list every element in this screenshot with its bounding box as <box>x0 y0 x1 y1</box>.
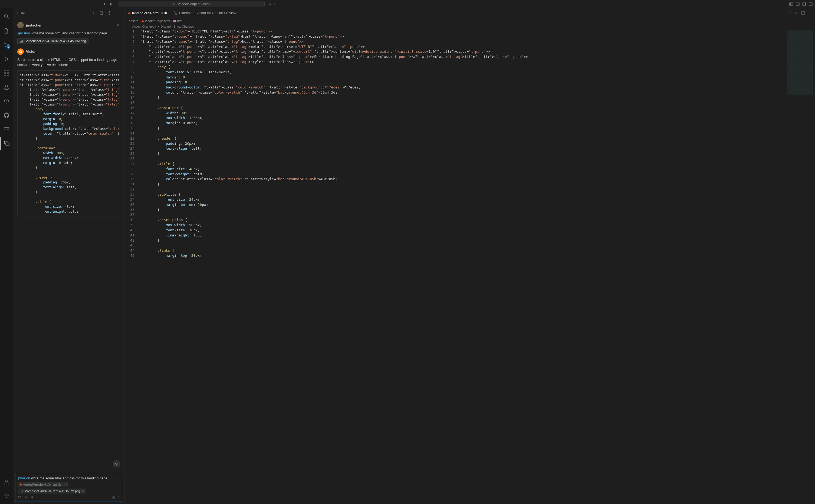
breadcrumb-item[interactable]: landingPage.html <box>145 19 170 23</box>
bookmark-icon[interactable] <box>99 11 104 15</box>
svg-point-33 <box>20 51 21 52</box>
accept-changes-button[interactable]: Accept Changes <box>132 25 154 28</box>
code-editor[interactable]: 1234567891011121314151617181920212223242… <box>124 29 815 504</box>
context-chip-image[interactable]: Screenshot 2024-10-02 at 4.11.45 PM.png <box>18 489 86 493</box>
search-icon <box>173 2 176 6</box>
debug-activity-icon[interactable] <box>0 52 13 65</box>
tabs: ◆ landingPage.html U Extension: Vision f… <box>124 8 815 18</box>
image-icon <box>19 489 23 493</box>
breadcrumb-item[interactable]: html <box>177 19 183 23</box>
svg-point-0 <box>173 3 175 5</box>
svg-rect-25 <box>100 11 102 14</box>
svg-point-10 <box>4 15 8 18</box>
check-icon: ✓ <box>129 25 131 28</box>
svg-rect-14 <box>4 71 6 73</box>
user-message: justschen @vision write me some html and… <box>13 20 124 46</box>
chat-panel: CHAT justschen @vision write me some htm… <box>13 8 124 504</box>
layout-right-icon[interactable] <box>802 2 806 6</box>
svg-point-24 <box>6 495 7 496</box>
search-text: vscode-copilot-vision <box>178 2 211 6</box>
html5-icon: ◆ <box>142 19 144 23</box>
html5-icon: ◆ <box>19 483 22 486</box>
titlebar: vscode-copilot-vision <box>0 0 815 8</box>
show-changes-button[interactable]: Show Changes <box>174 25 194 28</box>
input-mention: @vision <box>18 476 30 480</box>
testing-activity-icon[interactable] <box>0 81 13 94</box>
html5-icon: ◆ <box>128 11 130 15</box>
tab-extension[interactable]: Extension: Vision for Copilot Preview <box>170 8 240 18</box>
mic-icon[interactable] <box>30 495 34 499</box>
revert-icon[interactable] <box>787 11 791 15</box>
attach-icon[interactable] <box>24 495 28 499</box>
tab-landing-page[interactable]: ◆ landingPage.html U <box>124 8 170 18</box>
output-activity-icon[interactable]: LOG <box>0 123 13 136</box>
chat-messages: justschen @vision write me some html and… <box>13 18 124 472</box>
chat-input[interactable]: @vision write me some html and css for t… <box>15 474 122 502</box>
svg-point-31 <box>21 40 21 41</box>
more-icon[interactable] <box>808 11 812 15</box>
tab-dirty-icon <box>165 12 167 14</box>
new-chat-icon[interactable] <box>91 11 96 15</box>
layout-bottom-icon[interactable] <box>796 2 800 6</box>
assistant-name: Vision <box>26 50 37 54</box>
breadcrumb-item[interactable]: assets <box>129 19 138 23</box>
chevron-down-icon <box>273 3 276 5</box>
chat-code-block: "t-attr">class="t-doc"><!DOCTYPE html"t-… <box>17 70 120 216</box>
nav-forward-icon[interactable] <box>109 2 113 6</box>
extensions-activity-icon[interactable] <box>0 67 13 80</box>
assistant-message: Vision Sure, here's a simple HTML and CS… <box>13 46 124 219</box>
account-activity-icon[interactable] <box>0 476 13 489</box>
layout-left-icon[interactable] <box>789 2 793 6</box>
command-center[interactable]: vscode-copilot-vision <box>119 1 265 7</box>
attachment-chip[interactable]: Screenshot 2024-10-02 at 4.11.45 PM.png <box>17 38 88 44</box>
svg-point-12 <box>4 46 6 47</box>
code-content[interactable]: "t-attr">class="t-doc"><!DOCTYPE html"t-… <box>139 29 785 504</box>
more-icon[interactable] <box>116 11 120 15</box>
svg-point-28 <box>117 12 118 13</box>
attachment-name: Screenshot 2024-10-02 at 4.11.45 PM.png <box>25 39 86 43</box>
discard-button[interactable]: Discard <box>161 25 171 28</box>
explorer-activity-icon[interactable] <box>0 24 13 37</box>
copilot-menu[interactable] <box>268 2 276 6</box>
user-name: justschen <box>26 23 42 27</box>
svg-rect-15 <box>4 74 6 75</box>
layout-customize-icon[interactable] <box>809 2 813 6</box>
input-text: write me some html and css for this land… <box>30 476 108 480</box>
copilot-icon <box>268 2 272 6</box>
svg-point-1 <box>269 4 270 5</box>
tab-modified: U <box>161 11 163 15</box>
vision-avatar <box>17 48 24 55</box>
at-icon[interactable]: @ <box>18 495 21 499</box>
svg-point-40 <box>810 12 810 13</box>
chat-activity-icon[interactable] <box>0 137 13 150</box>
svg-rect-34 <box>20 490 22 492</box>
split-icon[interactable] <box>801 11 805 15</box>
context-chip-file[interactable]: ◆ landingPage.html Current file <box>18 482 68 487</box>
svg-rect-17 <box>7 71 9 73</box>
settings-activity-icon[interactable] <box>0 489 13 502</box>
chip-image: Screenshot 2024-10-02 at 4.11.45 PM.png <box>24 489 80 493</box>
close-icon[interactable] <box>116 23 120 27</box>
chip-file: landingPage.html <box>23 483 46 486</box>
svg-point-23 <box>5 480 8 482</box>
chevron-down-icon <box>117 495 120 498</box>
breadcrumb[interactable]: assets › ◆ landingPage.html › ⬢ html <box>124 18 815 24</box>
chip-meta: Current file <box>47 483 61 486</box>
search-activity-icon[interactable] <box>0 10 13 23</box>
send-button[interactable] <box>111 495 120 499</box>
scm-activity-icon[interactable]: 2 <box>0 38 13 51</box>
scroll-down-button[interactable] <box>113 460 120 467</box>
close-icon[interactable] <box>81 489 84 493</box>
svg-point-2 <box>270 4 271 5</box>
svg-rect-35 <box>32 496 33 498</box>
nav-back-icon[interactable] <box>102 2 107 6</box>
chat-header: CHAT <box>13 8 124 18</box>
tab-label: Extension: Vision for Copilot Preview <box>179 11 236 15</box>
chevron-right-icon: › <box>171 19 172 23</box>
image-icon <box>20 39 23 43</box>
timeline-activity-icon[interactable] <box>0 95 13 108</box>
diff-icon[interactable] <box>794 11 798 15</box>
github-activity-icon[interactable] <box>0 109 13 122</box>
history-icon[interactable] <box>107 11 112 15</box>
minimap[interactable] <box>785 29 815 504</box>
